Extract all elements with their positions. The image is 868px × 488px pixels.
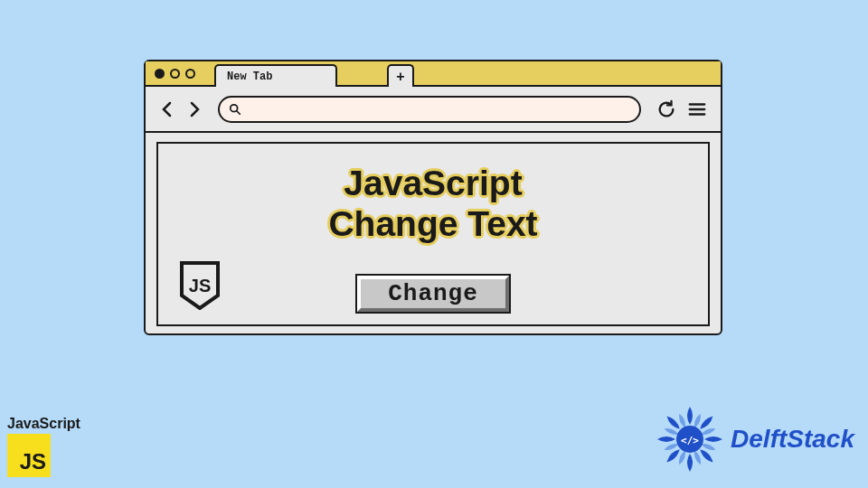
menu-button[interactable] xyxy=(686,99,708,120)
address-input[interactable] xyxy=(247,102,630,116)
content-pane: JavaScript Change Text JS Change xyxy=(156,142,710,326)
new-tab-button[interactable]: + xyxy=(387,64,414,87)
refresh-icon xyxy=(656,99,676,119)
svg-line-1 xyxy=(237,110,241,114)
titlebar: New Tab + xyxy=(146,61,721,87)
hamburger-icon xyxy=(687,99,707,119)
maximize-window-dot[interactable] xyxy=(185,69,195,79)
delftstack-logo: </> DelftStack xyxy=(655,404,854,474)
close-window-dot[interactable] xyxy=(155,69,165,79)
window-controls xyxy=(155,69,195,79)
javascript-logo-square-icon: JS xyxy=(7,434,51,477)
refresh-button[interactable] xyxy=(656,99,677,120)
mandala-icon: </> xyxy=(655,404,725,474)
minimize-window-dot[interactable] xyxy=(170,69,180,79)
chevron-right-icon xyxy=(187,101,202,117)
javascript-logo-label: JavaScript xyxy=(7,416,80,432)
plus-icon: + xyxy=(396,69,404,85)
headline-line1: JavaScript xyxy=(176,164,690,204)
browser-window: New Tab + xyxy=(144,60,722,335)
change-button-label: Change xyxy=(388,280,478,307)
search-icon xyxy=(229,103,241,116)
page-title: JavaScript Change Text xyxy=(176,164,690,245)
back-button[interactable] xyxy=(158,100,176,118)
js-square-text: JS xyxy=(20,449,46,474)
javascript-logo: JavaScript JS xyxy=(7,416,80,477)
address-bar[interactable] xyxy=(218,96,641,123)
tab-label: New Tab xyxy=(227,70,272,83)
svg-text:</>: </> xyxy=(681,435,699,446)
headline-line2: Change Text xyxy=(176,204,690,245)
chevron-left-icon xyxy=(160,101,175,117)
delftstack-label: DelftStack xyxy=(731,425,854,454)
tab-new[interactable]: New Tab xyxy=(214,64,337,87)
js-shield-icon: JS xyxy=(178,261,222,310)
toolbar xyxy=(146,87,721,133)
change-button[interactable]: Change xyxy=(357,276,509,312)
forward-button[interactable] xyxy=(185,100,203,118)
svg-text:JS: JS xyxy=(189,276,211,296)
